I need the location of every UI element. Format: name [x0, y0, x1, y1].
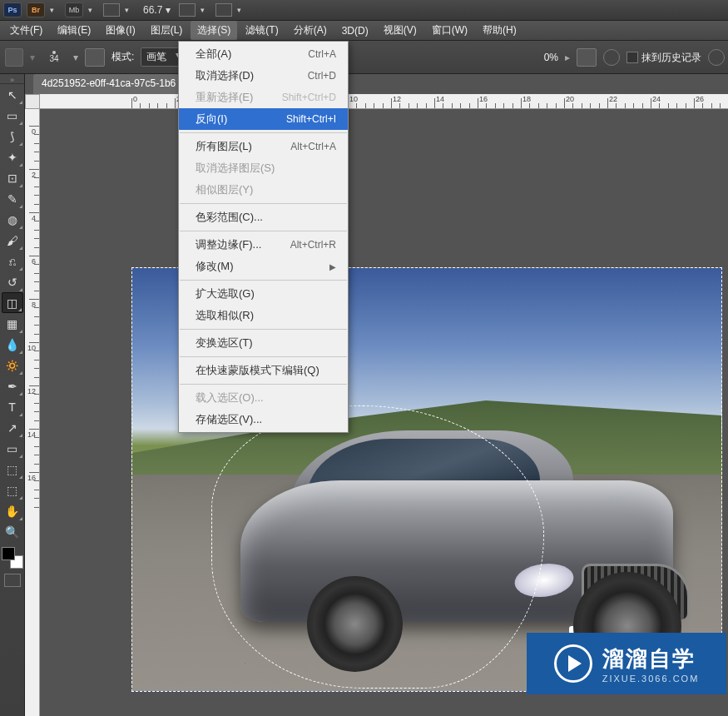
- menu-item-quickmask-edit[interactable]: 在快速蒙版模式下编辑(Q): [179, 360, 348, 381]
- chevron-down-icon[interactable]: ▾: [88, 6, 98, 14]
- chevron-down-icon[interactable]: ▾: [201, 6, 210, 14]
- shape-tool[interactable]: ▭: [2, 438, 23, 459]
- dodge-tool[interactable]: 🔅: [2, 355, 23, 375]
- chevron-down-icon[interactable]: ▾: [125, 6, 135, 14]
- options-bar: ▾ 34 ▾ 模式: 画笔 0% ▸ 抹到历史记录: [0, 41, 728, 74]
- menu-item-save-selection[interactable]: 存储选区(V)...: [179, 409, 348, 430]
- 3d-tool[interactable]: ⬚: [2, 459, 23, 480]
- play-icon: [554, 644, 592, 683]
- chevron-down-icon[interactable]: ▾: [237, 6, 247, 14]
- blur-tool[interactable]: 💧: [2, 334, 23, 355]
- menu-edit[interactable]: 编辑(E): [51, 21, 97, 40]
- menu-item-inverse[interactable]: 反向(I)Shift+Ctrl+I: [179, 108, 348, 130]
- menu-item-select-all[interactable]: 全部(A)Ctrl+A: [179, 43, 348, 65]
- menu-item-similar[interactable]: 选取相似(R): [179, 305, 348, 326]
- color-swatches[interactable]: [2, 547, 23, 569]
- erase-history-checkbox[interactable]: 抹到历史记录: [626, 51, 701, 65]
- menubar: 文件(F) 编辑(E) 图像(I) 图层(L) 选择(S) 滤镜(T) 分析(A…: [0, 21, 728, 41]
- menu-item-deselect-layers: 取消选择图层(S): [179, 157, 348, 179]
- ruler-origin[interactable]: [25, 94, 40, 109]
- menu-view[interactable]: 视图(V): [377, 21, 423, 40]
- document-area: 4d251952-e0ff-41ca-97c5-1b6 024681012141…: [25, 74, 728, 716]
- stamp-tool[interactable]: ⎌: [2, 251, 23, 271]
- watermark-url: ZIXUE.3066.COM: [602, 674, 700, 684]
- menu-window[interactable]: 窗口(W): [425, 21, 474, 40]
- tools-panel: » ↖ ▭ ⟆ ✦ ⊡ ✎ ◍ 🖌 ⎌ ↺ ◫ ▦ 💧 🔅 ✒ T ↗ ▭ ⬚ …: [0, 74, 25, 716]
- move-tool[interactable]: ↖: [2, 84, 23, 105]
- screen-layout-icon[interactable]: [215, 3, 232, 17]
- chevron-down-icon[interactable]: ▾: [50, 6, 60, 14]
- zoom-level[interactable]: 66.7 ▾: [140, 4, 174, 16]
- menu-item-deselect[interactable]: 取消选择(D)Ctrl+D: [179, 65, 348, 87]
- workspace: » ↖ ▭ ⟆ ✦ ⊡ ✎ ◍ 🖌 ⎌ ↺ ◫ ▦ 💧 🔅 ✒ T ↗ ▭ ⬚ …: [0, 74, 728, 716]
- canvas[interactable]: [40, 109, 728, 716]
- crop-tool[interactable]: ⊡: [2, 167, 23, 188]
- app-logo-icon: Ps: [3, 2, 22, 17]
- eyedropper-tool[interactable]: ✎: [2, 188, 23, 209]
- menu-item-color-range[interactable]: 色彩范围(C)...: [179, 206, 348, 228]
- current-tool-icon[interactable]: [5, 48, 23, 67]
- tablet-icon[interactable]: [708, 49, 725, 66]
- menu-3d[interactable]: 3D(D): [335, 22, 375, 39]
- 3d-camera-tool[interactable]: ⬚: [2, 480, 23, 500]
- brush-tool[interactable]: 🖌: [2, 230, 23, 251]
- quick-select-tool[interactable]: ✦: [2, 147, 23, 167]
- pen-tool[interactable]: ✒: [2, 375, 23, 396]
- menu-item-all-layers[interactable]: 所有图层(L)Alt+Ctrl+A: [179, 136, 348, 157]
- hand-tool[interactable]: ✋: [2, 500, 23, 521]
- screen-mode-icon[interactable]: [103, 3, 120, 17]
- car-illustration: [224, 430, 698, 664]
- menu-select[interactable]: 选择(S): [191, 21, 237, 40]
- eraser-tool[interactable]: ◫: [2, 292, 23, 313]
- path-select-tool[interactable]: ↗: [2, 417, 23, 438]
- select-menu-dropdown: 全部(A)Ctrl+A 取消选择(D)Ctrl+D 重新选择(E)Shift+C…: [178, 41, 349, 433]
- zoom-tool[interactable]: 🔍: [2, 521, 23, 542]
- menu-layer[interactable]: 图层(L): [144, 21, 190, 40]
- menu-item-refine-edge[interactable]: 调整边缘(F)...Alt+Ctrl+R: [179, 234, 348, 256]
- menu-help[interactable]: 帮助(H): [476, 21, 523, 40]
- arrange-docs-icon[interactable]: [179, 3, 196, 17]
- watermark-badge: 溜溜自学 ZIXUE.3066.COM: [527, 633, 726, 694]
- menu-analysis[interactable]: 分析(A): [287, 21, 334, 40]
- menu-filter[interactable]: 滤镜(T): [239, 21, 285, 40]
- foreground-color-swatch[interactable]: [2, 547, 15, 560]
- app-titlebar: Ps Br ▾ Mb ▾ ▾ 66.7 ▾ ▾ ▾: [0, 0, 728, 21]
- menu-image[interactable]: 图像(I): [99, 21, 141, 40]
- horizontal-ruler[interactable]: 02468101214161820222426: [40, 94, 728, 109]
- menu-item-grow[interactable]: 扩大选取(G): [179, 283, 348, 305]
- watermark-title: 溜溜自学: [602, 644, 700, 674]
- tablet-pressure-icon[interactable]: [577, 48, 597, 67]
- mini-bridge-icon[interactable]: Mb: [65, 2, 83, 17]
- marquee-tool[interactable]: ▭: [2, 105, 23, 126]
- bridge-icon[interactable]: Br: [27, 2, 45, 17]
- history-brush-tool[interactable]: ↺: [2, 271, 23, 292]
- menu-item-transform-selection[interactable]: 变换选区(T): [179, 332, 348, 354]
- menu-item-modify[interactable]: 修改(M)▶: [179, 256, 348, 277]
- menu-item-load-selection: 载入选区(O)...: [179, 387, 348, 409]
- brush-panel-toggle-icon[interactable]: [85, 48, 105, 67]
- menu-file[interactable]: 文件(F): [3, 21, 49, 40]
- document-tab[interactable]: 4d251952-e0ff-41ca-97c5-1b6: [33, 74, 184, 94]
- lasso-tool[interactable]: ⟆: [2, 126, 23, 147]
- brush-preset-picker[interactable]: 34: [42, 45, 67, 70]
- opacity-value[interactable]: 0%: [544, 52, 558, 63]
- quick-mask-icon[interactable]: [4, 574, 21, 587]
- healing-tool[interactable]: ◍: [2, 209, 23, 230]
- type-tool[interactable]: T: [2, 396, 23, 417]
- panel-grip-icon[interactable]: »: [0, 76, 24, 84]
- menu-item-reselect: 重新选择(E)Shift+Ctrl+D: [179, 87, 348, 108]
- menu-item-similar-layers: 相似图层(Y): [179, 179, 348, 201]
- airbrush-icon[interactable]: [603, 49, 620, 66]
- gradient-tool[interactable]: ▦: [2, 313, 23, 334]
- vertical-ruler[interactable]: 0246810121416: [25, 109, 40, 716]
- mode-label: 模式:: [111, 50, 134, 64]
